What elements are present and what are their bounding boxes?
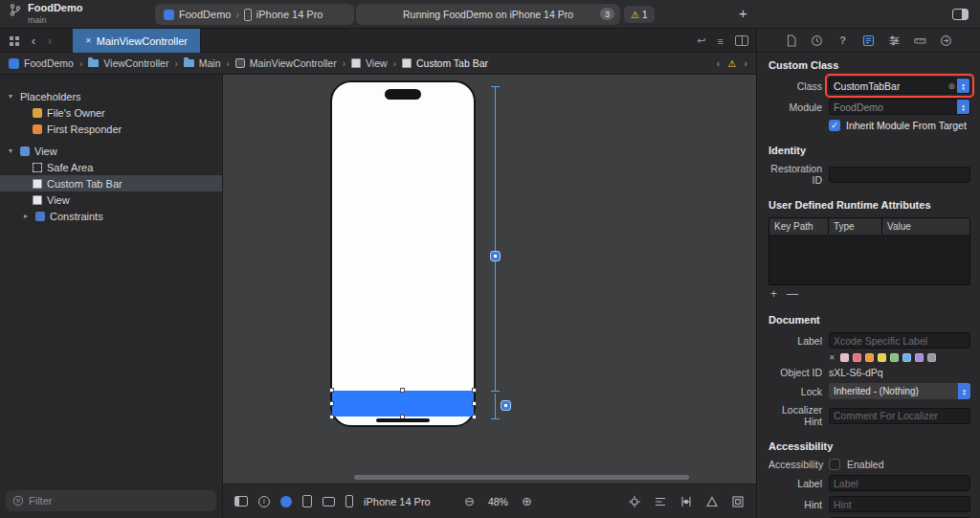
outline-item-first-responder[interactable]: First Responder — [0, 121, 222, 137]
accessibility-label-input[interactable] — [829, 475, 970, 491]
selection-handle[interactable] — [472, 388, 477, 393]
outline-group-placeholders[interactable]: ▾ Placeholders — [0, 88, 222, 104]
outline-item-custom-tab-bar[interactable]: Custom Tab Bar — [0, 175, 222, 191]
navigate-back-icon[interactable]: ‹ — [32, 34, 35, 48]
jumpbar-segment-custom-tab-bar[interactable]: Custom Tab Bar — [402, 57, 488, 69]
zoom-out-icon[interactable]: ⊖ — [464, 494, 475, 508]
add-editor-icon[interactable] — [735, 35, 748, 46]
add-attribute-button[interactable]: + — [770, 288, 777, 301]
add-constraints-icon[interactable] — [679, 495, 693, 508]
zoom-in-icon[interactable]: ⊕ — [522, 494, 532, 508]
resolve-autolayout-icon[interactable] — [705, 495, 719, 508]
selection-handle[interactable] — [400, 388, 405, 393]
document-outline-toggle-icon[interactable] — [234, 496, 248, 507]
disclosure-icon[interactable]: ▾ — [6, 146, 15, 155]
inherit-module-checkbox[interactable]: ✓ — [829, 120, 840, 131]
runtime-attributes-body[interactable] — [769, 235, 969, 284]
jumpbar-segment-project[interactable]: FoodDemo — [9, 57, 74, 69]
document-label-input[interactable] — [829, 332, 970, 349]
run-destination[interactable]: iPhone 14 Pro — [256, 9, 323, 20]
module-combo[interactable]: ▴▾ — [829, 99, 970, 115]
color-swatch[interactable] — [927, 353, 936, 362]
class-dropdown-icon[interactable]: ▴▾ — [957, 79, 969, 93]
related-items-icon[interactable]: ↩ — [697, 34, 705, 47]
connections-inspector-tab[interactable] — [940, 34, 953, 47]
color-swatch[interactable] — [890, 353, 899, 362]
inspector-toggle-icon[interactable] — [952, 9, 969, 20]
minimap-icon[interactable]: ≡ — [718, 35, 724, 47]
color-swatch[interactable] — [915, 353, 924, 362]
size-inspector-tab[interactable] — [914, 34, 927, 47]
next-issue-icon[interactable]: › — [744, 57, 747, 69]
tab-close-icon[interactable]: ✕ — [85, 36, 92, 45]
trait-variants-icon[interactable]: i — [258, 496, 270, 507]
interface-builder-canvas[interactable] — [223, 75, 756, 484]
lock-dropdown-icon[interactable]: ▴▾ — [958, 383, 970, 399]
custom-tab-bar-view[interactable] — [332, 391, 474, 417]
device-menu[interactable]: iPhone 14 Pro — [364, 496, 431, 507]
orientation-portrait-icon[interactable] — [302, 495, 312, 507]
horizontal-scrollbar[interactable] — [354, 475, 689, 480]
color-swatch[interactable] — [902, 353, 911, 362]
color-swatch[interactable] — [840, 353, 849, 362]
device-icon[interactable] — [345, 495, 353, 507]
color-swatch[interactable] — [853, 353, 861, 362]
accessibility-hint-input[interactable] — [829, 496, 970, 512]
outline-item-files-owner[interactable]: File's Owner — [0, 104, 222, 121]
history-inspector-tab[interactable] — [811, 34, 824, 47]
previous-issue-icon[interactable]: ‹ — [717, 57, 721, 69]
filter-input[interactable] — [29, 495, 210, 507]
class-input[interactable] — [830, 80, 947, 92]
embed-in-icon[interactable] — [731, 495, 745, 508]
scheme-selector[interactable]: FoodDemo › iPhone 14 Pro — [155, 4, 354, 25]
lock-popup[interactable]: Inherited - (Nothing) ▴▾ — [829, 383, 970, 399]
jumpbar-segment-storyboard[interactable]: Main — [184, 57, 221, 69]
jumpbar-segment-view[interactable]: View — [351, 57, 388, 69]
jumpbar-segment-group[interactable]: ViewController — [88, 57, 168, 69]
selection-handle[interactable] — [329, 388, 334, 393]
identity-inspector-tab[interactable] — [862, 34, 876, 47]
accessibility-enabled-checkbox[interactable] — [829, 459, 840, 470]
iphone-canvas-view[interactable] — [330, 80, 476, 427]
outline-item-constraints[interactable]: ▸ Constraints — [0, 208, 222, 224]
quick-help-inspector-tab[interactable]: ? — [836, 34, 850, 47]
disclosure-icon[interactable]: ▾ — [6, 92, 15, 101]
outline-filter-bar[interactable] — [6, 490, 216, 511]
selection-handle[interactable] — [329, 401, 334, 406]
outline-group-view[interactable]: ▾ View — [0, 143, 222, 159]
clear-field-icon[interactable]: ⊗ — [947, 81, 955, 91]
inherit-module-row[interactable]: ✓ Inherit Module From Target — [829, 120, 970, 131]
class-combo[interactable]: ⊗ ▴▾ — [829, 78, 970, 94]
issues-button[interactable]: ⚠ 1 — [624, 6, 655, 23]
runtime-attributes-table[interactable]: Key Path Type Value — [768, 217, 970, 285]
color-scheme-icon[interactable] — [280, 496, 292, 507]
scheme-name[interactable]: FoodDemo — [179, 9, 231, 20]
warning-icon[interactable]: ⚠ — [727, 58, 736, 69]
module-input[interactable] — [830, 101, 957, 113]
color-swatch[interactable] — [878, 353, 886, 362]
remove-attribute-button[interactable]: — — [787, 288, 798, 301]
orientation-landscape-icon[interactable] — [323, 497, 335, 507]
navigate-forward-icon[interactable]: › — [48, 34, 52, 48]
library-add-button[interactable]: + — [739, 5, 747, 22]
localizer-hint-input[interactable] — [829, 408, 970, 424]
module-dropdown-icon[interactable]: ▴▾ — [957, 100, 969, 114]
selection-handle[interactable] — [329, 415, 334, 419]
color-swatch[interactable] — [865, 353, 874, 362]
outline-item-safe-area[interactable]: Safe Area — [0, 159, 222, 175]
swatch-none-icon[interactable]: ✕ — [829, 353, 835, 362]
outline-item-view[interactable]: View — [0, 191, 222, 208]
selection-handle[interactable] — [472, 401, 477, 406]
activity-viewer[interactable]: Running FoodDemo on iPhone 14 Pro 3 — [356, 4, 620, 25]
tab-overview-icon[interactable] — [10, 36, 13, 40]
selection-handle[interactable] — [472, 415, 477, 419]
attributes-inspector-tab[interactable] — [888, 34, 902, 47]
zoom-level[interactable]: 48% — [488, 496, 508, 507]
restoration-id-input[interactable] — [829, 167, 970, 183]
jumpbar-segment-viewcontroller[interactable]: MainViewController — [235, 57, 337, 69]
disclosure-icon[interactable]: ▸ — [21, 212, 31, 220]
file-inspector-tab[interactable] — [785, 34, 798, 47]
update-frames-icon[interactable] — [628, 495, 641, 508]
align-icon[interactable] — [654, 495, 667, 508]
tab-mainviewcontroller[interactable]: ✕ MainViewController — [73, 29, 201, 53]
